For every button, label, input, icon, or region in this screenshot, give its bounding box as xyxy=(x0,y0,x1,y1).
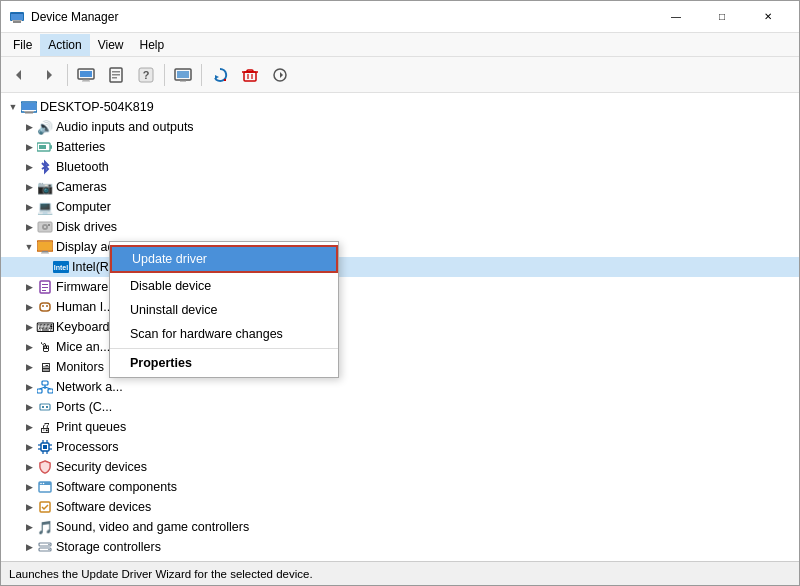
computer-button[interactable] xyxy=(72,61,100,89)
svg-rect-12 xyxy=(112,71,120,73)
svg-rect-42 xyxy=(38,242,52,250)
properties-button[interactable] xyxy=(102,61,130,89)
svg-rect-62 xyxy=(46,406,48,408)
ctx-scan-hardware[interactable]: Scan for hardware changes xyxy=(110,322,338,346)
computer-toggle[interactable]: ▶ xyxy=(21,199,37,215)
device-manager-button[interactable] xyxy=(169,61,197,89)
svg-rect-2 xyxy=(12,20,22,21)
software-label: Software components xyxy=(56,480,177,494)
svg-rect-10 xyxy=(82,80,90,81)
storage-icon xyxy=(37,539,53,555)
bluetooth-label: Bluetooth xyxy=(56,160,109,174)
cameras-label: Cameras xyxy=(56,180,107,194)
svg-rect-3 xyxy=(11,13,23,20)
svg-point-53 xyxy=(46,305,48,307)
update-button[interactable] xyxy=(206,61,234,89)
display-toggle[interactable]: ▼ xyxy=(21,239,37,255)
tree-item-sysdev[interactable]: ▶ System devices xyxy=(1,557,799,561)
display-icon xyxy=(37,239,53,255)
keyboard-label: Keyboards xyxy=(56,320,116,334)
svg-point-52 xyxy=(42,305,44,307)
tree-item-disk[interactable]: ▶ Disk drives xyxy=(1,217,799,237)
monitors-toggle[interactable]: ▶ xyxy=(21,359,37,375)
tree-item-software[interactable]: ▶ Software components xyxy=(1,477,799,497)
cameras-toggle[interactable]: ▶ xyxy=(21,179,37,195)
sysdev-label: System devices xyxy=(56,560,144,561)
tree-item-ports[interactable]: ▶ Ports (C... xyxy=(1,397,799,417)
svg-marker-20 xyxy=(215,75,219,79)
svg-rect-9 xyxy=(83,79,89,81)
sysdev-icon xyxy=(37,559,53,561)
ctx-update-driver[interactable]: Update driver xyxy=(110,245,338,273)
computer-icon: 💻 xyxy=(37,199,53,215)
sound-toggle[interactable]: ▶ xyxy=(21,519,37,535)
svg-rect-1 xyxy=(13,21,21,23)
firmware-toggle[interactable]: ▶ xyxy=(21,279,37,295)
print-toggle[interactable]: ▶ xyxy=(21,419,37,435)
svg-rect-33 xyxy=(24,111,34,112)
softdev-toggle[interactable]: ▶ xyxy=(21,499,37,515)
hid-toggle[interactable]: ▶ xyxy=(21,299,37,315)
ctx-uninstall-device[interactable]: Uninstall device xyxy=(110,298,338,322)
mice-toggle[interactable]: ▶ xyxy=(21,339,37,355)
tree-item-sound[interactable]: ▶ 🎵 Sound, video and game controllers xyxy=(1,517,799,537)
tree-item-bluetooth[interactable]: ▶ Bluetooth xyxy=(1,157,799,177)
tree-item-network[interactable]: ▶ Network a... xyxy=(1,377,799,397)
tree-item-cameras[interactable]: ▶ 📷 Cameras xyxy=(1,177,799,197)
bluetooth-icon xyxy=(37,159,53,175)
menu-view[interactable]: View xyxy=(90,34,132,56)
tree-item-processors[interactable]: ▶ Processors xyxy=(1,437,799,457)
tree-item-batteries[interactable]: ▶ Batteries xyxy=(1,137,799,157)
monitors-label: Monitors xyxy=(56,360,104,374)
sysdev-toggle[interactable]: ▶ xyxy=(21,559,37,561)
maximize-button[interactable]: □ xyxy=(699,1,745,33)
svg-rect-4 xyxy=(11,13,23,14)
print-icon: 🖨 xyxy=(37,419,53,435)
software-toggle[interactable]: ▶ xyxy=(21,479,37,495)
menu-bar: File Action View Help xyxy=(1,33,799,57)
tree-item-storage[interactable]: ▶ Storage controllers xyxy=(1,537,799,557)
svg-rect-64 xyxy=(43,445,47,449)
tree-item-audio[interactable]: ▶ 🔊 Audio inputs and outputs xyxy=(1,117,799,137)
close-button[interactable]: ✕ xyxy=(745,1,791,33)
back-button[interactable] xyxy=(5,61,33,89)
disk-icon xyxy=(37,219,53,235)
tree-item-print[interactable]: ▶ 🖨 Print queues xyxy=(1,417,799,437)
menu-help[interactable]: Help xyxy=(132,34,173,56)
batteries-toggle[interactable]: ▶ xyxy=(21,139,37,155)
svg-rect-35 xyxy=(39,145,46,149)
processors-toggle[interactable]: ▶ xyxy=(21,439,37,455)
mice-icon: 🖱 xyxy=(37,339,53,355)
hid-label: Human I... xyxy=(56,300,114,314)
title-bar: Device Manager — □ ✕ xyxy=(1,1,799,33)
minimize-button[interactable]: — xyxy=(653,1,699,33)
security-toggle[interactable]: ▶ xyxy=(21,459,37,475)
network-toggle[interactable]: ▶ xyxy=(21,379,37,395)
root-toggle[interactable]: ▼ xyxy=(5,99,21,115)
scan-button[interactable] xyxy=(266,61,294,89)
menu-file[interactable]: File xyxy=(5,34,40,56)
storage-toggle[interactable]: ▶ xyxy=(21,539,37,555)
menu-action[interactable]: Action xyxy=(40,34,89,56)
bluetooth-toggle[interactable]: ▶ xyxy=(21,159,37,175)
ctx-disable-device[interactable]: Disable device xyxy=(110,274,338,298)
help-button[interactable]: ? xyxy=(132,61,160,89)
tree-item-security[interactable]: ▶ Security devices xyxy=(1,457,799,477)
forward-button[interactable] xyxy=(35,61,63,89)
svg-rect-32 xyxy=(25,112,33,114)
disk-toggle[interactable]: ▶ xyxy=(21,219,37,235)
title-controls: — □ ✕ xyxy=(653,1,791,33)
svg-rect-55 xyxy=(37,389,42,393)
tree-item-computer[interactable]: ▶ 💻 Computer xyxy=(1,197,799,217)
svg-marker-29 xyxy=(280,72,283,78)
tree-item-softdev[interactable]: ▶ Software devices xyxy=(1,497,799,517)
audio-toggle[interactable]: ▶ xyxy=(21,119,37,135)
title-icon xyxy=(9,9,25,25)
svg-text:Intel: Intel xyxy=(54,264,68,271)
network-icon xyxy=(37,379,53,395)
delete-button[interactable] xyxy=(236,61,264,89)
ports-label: Ports (C... xyxy=(56,400,112,414)
ports-toggle[interactable]: ▶ xyxy=(21,399,37,415)
ctx-properties[interactable]: Properties xyxy=(110,351,338,375)
tree-root[interactable]: ▼ DESKTOP-504K819 xyxy=(1,97,799,117)
